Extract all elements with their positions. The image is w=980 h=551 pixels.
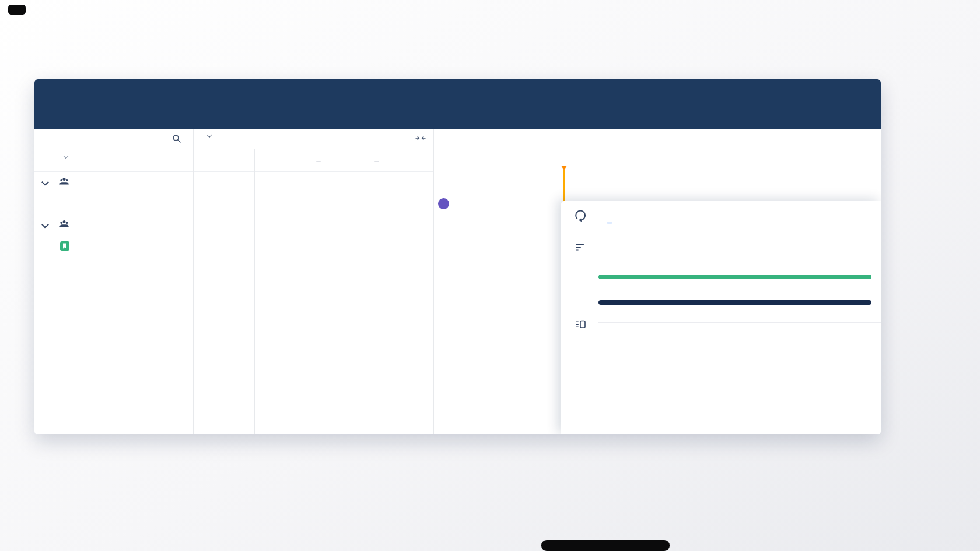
today-marker-icon — [561, 166, 567, 170]
team-group-header-team1[interactable] — [34, 171, 433, 193]
capacity-icon — [575, 243, 584, 254]
black-pill-decoration-bottom — [541, 540, 670, 551]
active-sprint-badge — [607, 222, 612, 224]
detail-view-icon — [575, 320, 586, 332]
column-divider — [254, 149, 255, 434]
column-divider — [367, 149, 368, 434]
done-progress-fill — [598, 300, 872, 305]
chevron-down-icon — [64, 154, 68, 159]
column-headers — [34, 149, 433, 172]
black-pill-decoration-top — [8, 5, 26, 15]
preview-banner — [34, 79, 881, 129]
column-header-target-end — [372, 156, 379, 164]
date-format-badge — [316, 161, 321, 162]
column-divider — [309, 149, 309, 434]
issue-table — [34, 171, 433, 434]
fields-header — [193, 129, 433, 149]
sprint-capacity-line — [598, 241, 603, 250]
column-header-issue[interactable] — [60, 156, 68, 158]
column-divider — [193, 129, 194, 434]
date-format-badge — [374, 161, 379, 162]
team-icon — [59, 219, 69, 231]
app-window — [34, 79, 881, 434]
scroll-to-issue-button[interactable] — [438, 198, 449, 209]
sprint-detail-popup — [561, 201, 881, 434]
popup-sprint-dates — [598, 222, 612, 224]
chevron-down-icon[interactable] — [41, 178, 49, 186]
popup-tabs — [598, 318, 881, 323]
partially-visible-row — [34, 236, 433, 257]
column-header-target-start — [313, 156, 321, 164]
issue-type-icon — [60, 241, 69, 251]
scope-header — [34, 129, 193, 149]
search-icon[interactable] — [172, 134, 181, 146]
chevron-down-icon[interactable] — [41, 221, 49, 229]
team-icon — [59, 177, 69, 188]
done-progress-bar — [598, 300, 872, 305]
sprint-icon — [574, 209, 587, 224]
team-group-header-team4[interactable] — [34, 214, 433, 236]
plan-main — [34, 129, 881, 434]
allocation-progress-fill — [598, 275, 872, 279]
collapse-fields-icon[interactable] — [415, 134, 426, 145]
fields-button[interactable] — [203, 134, 211, 138]
group-spacer — [34, 193, 433, 215]
chevron-down-icon — [206, 132, 212, 138]
allocation-progress-bar — [598, 275, 872, 279]
panel-divider — [433, 129, 434, 434]
